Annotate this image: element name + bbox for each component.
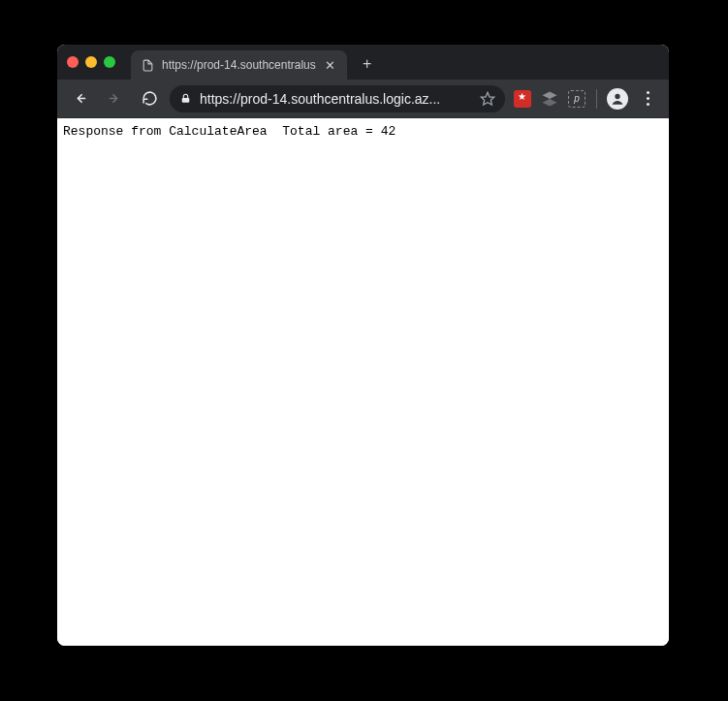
extension-lastpass-icon[interactable]	[513, 89, 532, 109]
toolbar-divider	[596, 89, 597, 109]
new-tab-button[interactable]: +	[355, 51, 380, 77]
address-bar[interactable]: https://prod-14.southcentralus.logic.az.…	[170, 85, 505, 112]
extension-icons: p	[513, 89, 586, 109]
toolbar: https://prod-14.southcentralus.logic.az.…	[57, 80, 669, 118]
tab-close-button[interactable]: ✕	[324, 58, 337, 72]
file-icon	[141, 58, 154, 72]
response-text: Response from CalculateArea Total area =…	[63, 124, 396, 139]
browser-window: https://prod-14.southcentralus ✕ +	[57, 45, 669, 646]
profile-avatar-button[interactable]	[607, 88, 628, 110]
extension-buffer-icon[interactable]	[540, 89, 559, 109]
forward-button[interactable]	[100, 84, 129, 113]
back-button[interactable]	[65, 84, 94, 113]
window-controls	[67, 56, 115, 68]
url-text: https://prod-14.southcentralus.logic.az.…	[200, 91, 472, 107]
svg-point-7	[615, 93, 619, 98]
reload-button[interactable]	[135, 84, 164, 113]
svg-marker-4	[543, 91, 557, 99]
svg-marker-5	[543, 99, 557, 107]
bookmark-star-icon[interactable]	[480, 91, 495, 107]
chrome-menu-button[interactable]	[634, 85, 661, 112]
extension-pocket-icon[interactable]: p	[567, 89, 586, 109]
svg-rect-2	[182, 98, 190, 103]
browser-tab[interactable]: https://prod-14.southcentralus ✕	[131, 50, 347, 80]
tab-title: https://prod-14.southcentralus	[162, 58, 316, 72]
window-maximize-button[interactable]	[104, 56, 115, 68]
tab-strip: https://prod-14.southcentralus ✕ +	[57, 45, 669, 80]
lock-icon	[179, 92, 192, 105]
window-close-button[interactable]	[67, 56, 79, 68]
page-content: Response from CalculateArea Total area =…	[57, 118, 669, 646]
window-minimize-button[interactable]	[85, 56, 97, 68]
svg-marker-3	[481, 92, 493, 105]
